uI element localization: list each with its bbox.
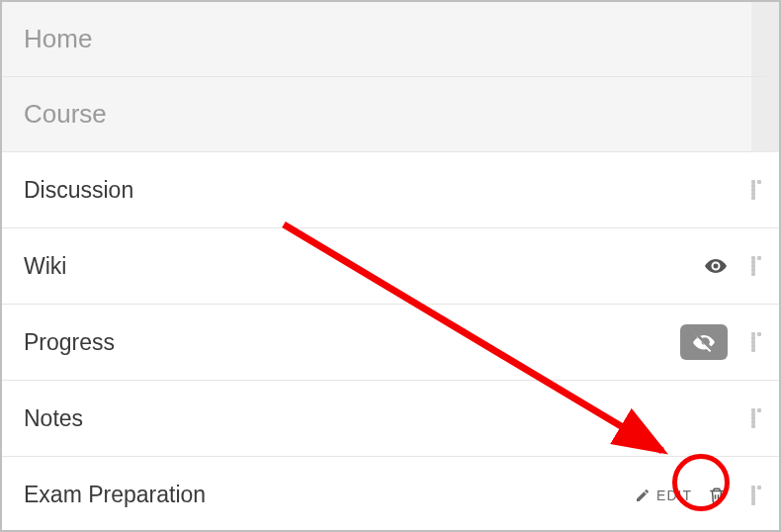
nav-editor-panel: Home Course Discussion Wiki <box>0 0 781 532</box>
row-controls <box>741 408 761 428</box>
nav-item-label: Notes <box>24 405 741 432</box>
delete-button[interactable] <box>706 485 728 506</box>
row-controls <box>680 324 761 360</box>
nav-item-label: Course <box>24 99 734 130</box>
nav-item-label: Exam Preparation <box>24 482 635 508</box>
visibility-visible-icon[interactable] <box>704 254 728 278</box>
nav-item-notes[interactable]: Notes <box>2 381 779 457</box>
nav-item-course[interactable]: Course <box>2 77 779 152</box>
row-controls: EDIT <box>635 485 761 506</box>
nav-item-label: Wiki <box>24 253 704 280</box>
nav-item-home[interactable]: Home <box>2 2 779 77</box>
row-controls <box>741 180 761 200</box>
drag-handle-icon[interactable] <box>751 256 761 276</box>
nav-item-label: Discussion <box>24 177 741 204</box>
nav-list: Home Course Discussion Wiki <box>2 2 779 530</box>
drag-handle-icon[interactable] <box>751 486 761 505</box>
drag-handle-icon[interactable] <box>751 408 761 428</box>
visibility-hidden-button[interactable] <box>680 324 728 360</box>
nav-item-exam-preparation[interactable]: Exam Preparation EDIT <box>2 457 779 530</box>
nav-item-progress[interactable]: Progress <box>2 305 779 381</box>
row-controls <box>704 254 761 278</box>
nav-item-label: Home <box>24 24 734 54</box>
nav-item-label: Progress <box>24 329 680 356</box>
nav-list-scroll[interactable]: Home Course Discussion Wiki <box>2 2 779 530</box>
drag-handle-icon[interactable] <box>751 332 761 352</box>
pencil-icon <box>635 488 651 503</box>
edit-label: EDIT <box>656 488 692 503</box>
nav-item-wiki[interactable]: Wiki <box>2 228 779 305</box>
edit-button[interactable]: EDIT <box>635 488 692 503</box>
trash-icon <box>708 487 726 504</box>
drag-handle-icon[interactable] <box>751 180 761 200</box>
nav-item-discussion[interactable]: Discussion <box>2 152 779 228</box>
